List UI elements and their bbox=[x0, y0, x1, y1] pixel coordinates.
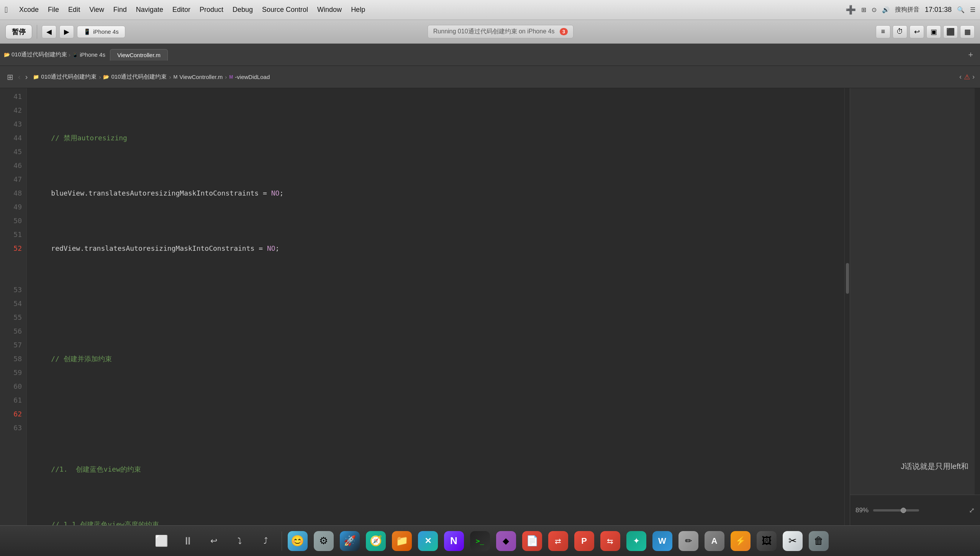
menu-file[interactable]: File bbox=[43, 4, 64, 15]
dock-ftp[interactable]: ⇄ bbox=[546, 529, 570, 553]
running-label: Running 010通过代码创建约束 on iPhone 4s 3 bbox=[428, 25, 574, 38]
dock-snip[interactable]: ✂ bbox=[781, 529, 805, 553]
menu-find[interactable]: Find bbox=[109, 4, 131, 15]
scheme-label: iPhone 4s bbox=[93, 28, 119, 35]
zoom-expand-icon[interactable]: ⤢ bbox=[969, 506, 975, 515]
zoom-slider[interactable] bbox=[873, 509, 919, 512]
menu-source-control[interactable]: Source Control bbox=[257, 4, 313, 15]
code-editor[interactable]: 41 42 43 44 45 46 47 48 49 50 51 52 53 5… bbox=[0, 88, 850, 525]
line-num-47: 47 bbox=[0, 173, 22, 186]
menu-editor[interactable]: Editor bbox=[168, 4, 195, 15]
dock-screencap[interactable]: ⬜ bbox=[150, 529, 174, 553]
dock-trash[interactable]: 📄 bbox=[520, 529, 544, 553]
dock-trash-bin[interactable]: 🗑 bbox=[807, 529, 831, 553]
grid-view-btn[interactable]: ⊞ bbox=[5, 72, 15, 82]
device-scheme[interactable]: 📱 iPhone 4s bbox=[72, 51, 105, 58]
editor-mode-btn[interactable]: ≡ bbox=[876, 25, 890, 38]
breadcrumb-item-1[interactable]: 📁 010通过代码创建约束 bbox=[33, 73, 97, 81]
dock-files[interactable]: 📁 bbox=[390, 529, 414, 553]
dock-safari[interactable]: 🧭 bbox=[364, 529, 388, 553]
breadcrumb-sep-2: › bbox=[169, 74, 171, 80]
project-name[interactable]: 010通过代码创建约束 bbox=[11, 51, 67, 58]
menu-debug[interactable]: Debug bbox=[228, 4, 257, 15]
breadcrumb-right-actions: ‹ ⚠ › bbox=[959, 73, 975, 81]
breadcrumb-back-btn[interactable]: ‹ bbox=[16, 72, 22, 82]
dock-pause[interactable]: ⏸ bbox=[176, 529, 200, 553]
line-num-54: 54 bbox=[0, 297, 22, 311]
menu-product[interactable]: Product bbox=[195, 4, 228, 15]
panel-right-btn[interactable]: ▦ bbox=[960, 25, 975, 38]
line-num-52c bbox=[0, 269, 22, 283]
sougou-icon[interactable]: 搜狗拼音 bbox=[895, 6, 919, 14]
prev-error-btn[interactable]: ‹ bbox=[959, 73, 962, 81]
panel-left-btn[interactable]: ▣ bbox=[926, 25, 941, 38]
right-panel-text: J话说就是只用left和 bbox=[901, 461, 969, 472]
breadcrumb-item-2[interactable]: 📂 010通过代码创建约束 bbox=[103, 73, 167, 81]
breadcrumb-item-4[interactable]: M -viewDidLoad bbox=[229, 74, 270, 80]
right-panel-scrollbar[interactable] bbox=[975, 88, 980, 495]
menu-list-icon[interactable]: ☰ bbox=[970, 6, 975, 13]
dock-step-over[interactable]: ↩ bbox=[202, 529, 226, 553]
dock-step-out[interactable]: ⤴ bbox=[254, 529, 278, 553]
code-line-41: // 禁用autoresizing bbox=[34, 131, 844, 145]
breadcrumb-sep-1: › bbox=[99, 74, 101, 80]
dock-launchpad[interactable]: 🚀 bbox=[338, 529, 362, 553]
right-panel: J话说就是只用left和 89% ⤢ bbox=[850, 88, 980, 525]
dock-tool2[interactable]: ⚡ bbox=[729, 529, 752, 553]
jump-btn[interactable]: ↩ bbox=[910, 25, 924, 38]
dock-img-viewer[interactable]: 🖼 bbox=[755, 529, 778, 553]
code-content[interactable]: // 禁用autoresizing blueView.translatesAut… bbox=[27, 88, 844, 525]
code-scrollbar-thumb[interactable] bbox=[846, 263, 849, 294]
active-tab[interactable]: ViewController.m bbox=[110, 49, 168, 61]
time-display: 17:01:38 bbox=[925, 6, 952, 14]
dock-terminal[interactable]: >_ bbox=[468, 529, 492, 553]
dock-word[interactable]: W bbox=[651, 529, 674, 553]
dock-step-into[interactable]: ⤵ bbox=[228, 529, 252, 553]
dock-finder[interactable]: 😊 bbox=[286, 529, 310, 553]
panel-bottom-btn[interactable]: ⬛ bbox=[943, 25, 958, 38]
line-num-44: 44 bbox=[0, 131, 22, 145]
breadcrumb-item-3[interactable]: M ViewController.m bbox=[173, 74, 223, 80]
breadcrumb-navigation: ⊞ ‹ › bbox=[5, 72, 29, 82]
clock-btn[interactable]: ⏱ bbox=[893, 25, 907, 38]
line-num-41: 41 bbox=[0, 90, 22, 104]
apple-logo[interactable]:  bbox=[5, 5, 8, 15]
dock-diamond[interactable]: ◆ bbox=[494, 529, 518, 553]
search-icon[interactable]: 🔍 bbox=[957, 6, 965, 13]
right-panel-zoom-bar: 89% ⤢ bbox=[850, 495, 980, 525]
next-error-btn[interactable]: › bbox=[972, 73, 975, 81]
dock-separator-1 bbox=[282, 531, 282, 551]
dock-xcode[interactable]: ✕ bbox=[416, 529, 440, 553]
menu-view[interactable]: View bbox=[85, 4, 109, 15]
line-num-62: 62 bbox=[0, 407, 22, 421]
menu-xcode[interactable]: Xcode bbox=[15, 4, 43, 15]
line-num-53: 53 bbox=[0, 283, 22, 297]
code-line-44 bbox=[34, 297, 844, 311]
menu-window[interactable]: Window bbox=[313, 4, 346, 15]
line-num-58: 58 bbox=[0, 352, 22, 366]
stop-button[interactable]: 暂停 bbox=[5, 25, 32, 39]
line-num-49: 49 bbox=[0, 200, 22, 214]
code-scrollbar[interactable] bbox=[844, 88, 850, 525]
breadcrumb-forward-btn[interactable]: › bbox=[24, 72, 29, 82]
dock-onenote[interactable]: N bbox=[442, 529, 466, 553]
line-num-56: 56 bbox=[0, 324, 22, 338]
add-tab-button[interactable]: + bbox=[965, 48, 976, 61]
zoom-slider-thumb[interactable] bbox=[901, 508, 906, 513]
dock-pen[interactable]: ✏ bbox=[677, 529, 700, 553]
method-icon: M bbox=[229, 74, 233, 80]
nav-forward[interactable]: ▶ bbox=[59, 25, 74, 38]
menu-navigate[interactable]: Navigate bbox=[131, 4, 168, 15]
add-icon[interactable]: ➕ bbox=[846, 5, 856, 15]
dock-system-prefs[interactable]: ⚙ bbox=[312, 529, 336, 553]
line-num-50: 50 bbox=[0, 214, 22, 228]
dock-pen2[interactable]: A bbox=[703, 529, 726, 553]
dock-filezilla[interactable]: ⇆ bbox=[598, 529, 622, 553]
scheme-selector[interactable]: 📱 iPhone 4s bbox=[77, 26, 125, 38]
nav-back[interactable]: ◀ bbox=[42, 25, 56, 38]
menu-help[interactable]: Help bbox=[346, 4, 370, 15]
device-icon: 📱 bbox=[84, 28, 91, 35]
dock-tool1[interactable]: ✦ bbox=[624, 529, 648, 553]
dock-powerpoint[interactable]: P bbox=[572, 529, 596, 553]
menu-edit[interactable]: Edit bbox=[64, 4, 85, 15]
